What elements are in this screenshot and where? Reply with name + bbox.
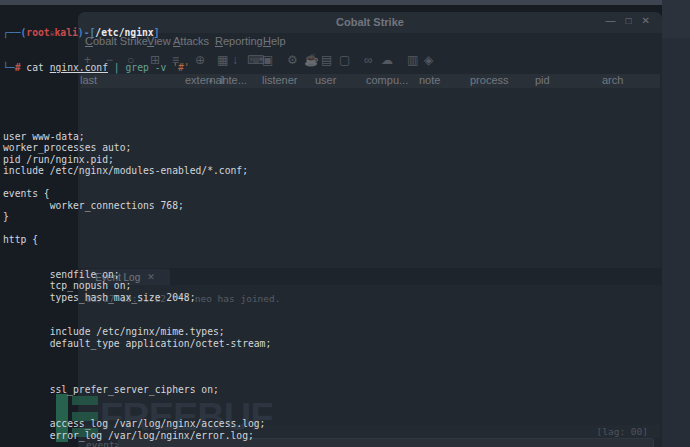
terminal-line: include /etc/nginx/mime.types; (3, 326, 271, 338)
terminal-line: include /etc/nginx/modules-enabled/*.con… (3, 165, 271, 177)
terminal-line: ssl_prefer_server_ciphers on; (3, 384, 271, 396)
prompt-cwd: /etc/nginx (95, 27, 153, 38)
command-filename: nginx.conf (50, 62, 108, 73)
terminal-line (3, 441, 271, 447)
terminal-line: error_log /var/log/nginx/error.log; (3, 430, 271, 442)
prompt-user: root (26, 27, 49, 38)
terminal-line: tcp_nopush on; (3, 280, 271, 292)
terminal-line: access_log /var/log/nginx/access.log; (3, 418, 271, 430)
terminal-line: sendfile on; (3, 269, 271, 281)
terminal-line: worker_connections 768; (3, 200, 271, 212)
terminal-line (3, 246, 271, 258)
terminal-line: } (3, 211, 271, 223)
prompt-frame: ] (154, 27, 160, 38)
prompt-line-1: ┌──(root☠kali)-[/etc/nginx] (3, 27, 271, 39)
terminal-line (3, 177, 271, 189)
terminal-line: events { (3, 188, 271, 200)
prompt-frame: ┌──( (3, 27, 26, 38)
terminal-line (3, 349, 271, 361)
command-pipe: | (108, 62, 126, 73)
prompt-host: kali (55, 27, 78, 38)
command-cat: cat (21, 62, 50, 73)
prompt-frame: )-[ (78, 27, 96, 38)
command-grep: grep -v (126, 62, 173, 73)
terminal-line: user www-data; (3, 131, 271, 143)
terminal-line: types_hash_max_size 2048; (3, 292, 271, 304)
terminal-line (3, 223, 271, 235)
prompt-frame: └─ (3, 62, 15, 73)
desktop-background (662, 0, 690, 447)
terminal-line: pid /run/nginx.pid; (3, 154, 271, 166)
terminal-line (3, 395, 271, 407)
terminal-line: default_type application/octet-stream; (3, 338, 271, 350)
terminal-output: user www-data;worker_processes auto;pid … (3, 96, 271, 447)
command-grep-pattern: '#' (172, 62, 190, 73)
terminal-line (3, 303, 271, 315)
terminal-line: http { (3, 234, 271, 246)
terminal-top-edge (0, 0, 662, 5)
terminal-line (3, 257, 271, 269)
terminal-line (3, 372, 271, 384)
terminal-line (3, 361, 271, 373)
terminal-line (3, 407, 271, 419)
terminal-window[interactable]: ┌──(root☠kali)-[/etc/nginx] └─# cat ngin… (3, 4, 271, 447)
prompt-line-2: └─# cat nginx.conf | grep -v '#' (3, 62, 271, 74)
terminal-line: worker_processes auto; (3, 142, 271, 154)
terminal-line (3, 315, 271, 327)
desktop-background-top (662, 0, 690, 38)
